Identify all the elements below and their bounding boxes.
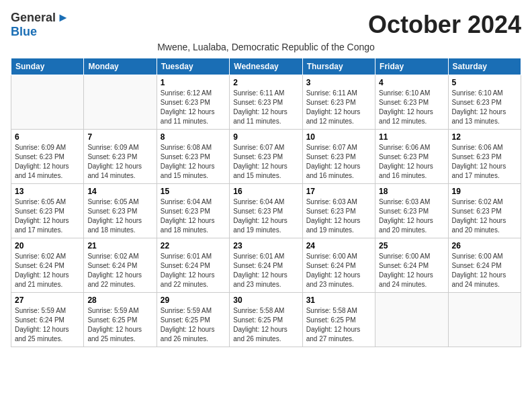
day-info: Sunrise: 6:03 AMSunset: 6:23 PMDaylight:…	[306, 197, 371, 235]
day-number: 20	[15, 241, 80, 250]
calendar-cell: 4Sunrise: 6:10 AMSunset: 6:23 PMDaylight…	[375, 75, 448, 130]
day-number: 10	[306, 132, 371, 142]
day-info: Sunrise: 6:12 AMSunset: 6:23 PMDaylight:…	[161, 89, 226, 126]
logo-text-line1: General►	[11, 11, 69, 26]
day-number: 17	[306, 187, 371, 196]
calendar-cell: 9Sunrise: 6:07 AMSunset: 6:23 PMDaylight…	[230, 130, 302, 184]
calendar-cell: 31Sunrise: 5:58 AMSunset: 6:25 PMDayligh…	[302, 293, 375, 347]
calendar-cell	[375, 293, 448, 347]
day-number: 22	[161, 241, 226, 250]
day-header-thursday: Thursday	[302, 58, 375, 75]
day-info: Sunrise: 6:06 AMSunset: 6:23 PMDaylight:…	[452, 143, 517, 181]
day-number: 6	[15, 132, 80, 142]
day-info: Sunrise: 6:01 AMSunset: 6:24 PMDaylight:…	[161, 252, 226, 289]
day-number: 3	[306, 78, 371, 87]
day-info: Sunrise: 6:05 AMSunset: 6:23 PMDaylight:…	[15, 197, 80, 235]
day-info: Sunrise: 6:00 AMSunset: 6:24 PMDaylight:…	[306, 252, 371, 289]
calendar-cell: 17Sunrise: 6:03 AMSunset: 6:23 PMDayligh…	[302, 184, 375, 238]
calendar-cell: 22Sunrise: 6:01 AMSunset: 6:24 PMDayligh…	[157, 238, 229, 293]
day-number: 21	[87, 241, 152, 250]
day-number: 12	[452, 132, 517, 142]
day-info: Sunrise: 6:03 AMSunset: 6:23 PMDaylight:…	[379, 197, 444, 235]
calendar-week-row: 27Sunrise: 5:59 AMSunset: 6:24 PMDayligh…	[11, 293, 521, 347]
calendar-cell: 28Sunrise: 5:59 AMSunset: 6:25 PMDayligh…	[84, 293, 157, 347]
month-year-title: October 2024	[368, 11, 521, 39]
calendar-cell: 10Sunrise: 6:07 AMSunset: 6:23 PMDayligh…	[302, 130, 375, 184]
calendar-cell: 12Sunrise: 6:06 AMSunset: 6:23 PMDayligh…	[448, 130, 521, 184]
calendar-cell: 26Sunrise: 6:00 AMSunset: 6:24 PMDayligh…	[448, 238, 521, 293]
day-number: 30	[233, 295, 298, 305]
day-info: Sunrise: 6:10 AMSunset: 6:23 PMDaylight:…	[452, 89, 517, 126]
calendar-cell: 6Sunrise: 6:09 AMSunset: 6:23 PMDaylight…	[11, 130, 84, 184]
day-info: Sunrise: 6:09 AMSunset: 6:23 PMDaylight:…	[87, 143, 152, 181]
day-info: Sunrise: 6:02 AMSunset: 6:23 PMDaylight:…	[452, 197, 517, 235]
location-subtitle: Mwene, Lualaba, Democratic Republic of t…	[11, 42, 521, 52]
day-number: 14	[87, 187, 152, 196]
calendar-cell: 2Sunrise: 6:11 AMSunset: 6:23 PMDaylight…	[230, 75, 302, 130]
calendar-cell: 20Sunrise: 6:02 AMSunset: 6:24 PMDayligh…	[11, 238, 84, 293]
page-header: General► Blue October 2024	[11, 11, 521, 39]
day-number: 9	[233, 132, 298, 142]
day-header-monday: Monday	[84, 58, 157, 75]
day-number: 23	[233, 241, 298, 250]
day-number: 24	[306, 241, 371, 250]
calendar-week-row: 13Sunrise: 6:05 AMSunset: 6:23 PMDayligh…	[11, 184, 521, 238]
day-info: Sunrise: 6:07 AMSunset: 6:23 PMDaylight:…	[233, 143, 298, 181]
calendar-cell: 27Sunrise: 5:59 AMSunset: 6:24 PMDayligh…	[11, 293, 84, 347]
day-info: Sunrise: 6:01 AMSunset: 6:24 PMDaylight:…	[233, 252, 298, 289]
calendar-cell: 14Sunrise: 6:05 AMSunset: 6:23 PMDayligh…	[84, 184, 157, 238]
calendar-cell	[448, 293, 521, 347]
day-info: Sunrise: 6:06 AMSunset: 6:23 PMDaylight:…	[379, 143, 444, 181]
calendar-cell: 24Sunrise: 6:00 AMSunset: 6:24 PMDayligh…	[302, 238, 375, 293]
day-info: Sunrise: 5:59 AMSunset: 6:25 PMDaylight:…	[87, 306, 152, 344]
day-info: Sunrise: 6:11 AMSunset: 6:23 PMDaylight:…	[233, 89, 298, 126]
day-number: 2	[233, 78, 298, 87]
day-number: 5	[452, 78, 517, 87]
calendar-header-row: SundayMondayTuesdayWednesdayThursdayFrid…	[11, 58, 521, 75]
calendar-cell: 11Sunrise: 6:06 AMSunset: 6:23 PMDayligh…	[375, 130, 448, 184]
calendar-table: SundayMondayTuesdayWednesdayThursdayFrid…	[11, 58, 521, 347]
calendar-cell: 1Sunrise: 6:12 AMSunset: 6:23 PMDaylight…	[157, 75, 229, 130]
day-header-saturday: Saturday	[448, 58, 521, 75]
day-number: 25	[379, 241, 444, 250]
day-info: Sunrise: 6:02 AMSunset: 6:24 PMDaylight:…	[15, 252, 80, 289]
day-info: Sunrise: 6:10 AMSunset: 6:23 PMDaylight:…	[379, 89, 444, 126]
day-header-sunday: Sunday	[11, 58, 84, 75]
day-number: 8	[161, 132, 226, 142]
day-number: 18	[379, 187, 444, 196]
day-info: Sunrise: 6:02 AMSunset: 6:24 PMDaylight:…	[87, 252, 152, 289]
day-header-tuesday: Tuesday	[157, 58, 229, 75]
day-number: 16	[233, 187, 298, 196]
logo-text-line2: Blue	[11, 26, 69, 39]
day-info: Sunrise: 6:04 AMSunset: 6:23 PMDaylight:…	[233, 197, 298, 235]
day-header-wednesday: Wednesday	[230, 58, 302, 75]
day-info: Sunrise: 6:08 AMSunset: 6:23 PMDaylight:…	[161, 143, 226, 181]
day-header-friday: Friday	[375, 58, 448, 75]
calendar-cell: 29Sunrise: 5:59 AMSunset: 6:25 PMDayligh…	[157, 293, 229, 347]
calendar-cell	[11, 75, 84, 130]
day-number: 31	[306, 295, 371, 305]
day-number: 29	[161, 295, 226, 305]
calendar-week-row: 6Sunrise: 6:09 AMSunset: 6:23 PMDaylight…	[11, 130, 521, 184]
day-info: Sunrise: 6:00 AMSunset: 6:24 PMDaylight:…	[379, 252, 444, 289]
calendar-week-row: 20Sunrise: 6:02 AMSunset: 6:24 PMDayligh…	[11, 238, 521, 293]
calendar-cell: 25Sunrise: 6:00 AMSunset: 6:24 PMDayligh…	[375, 238, 448, 293]
day-info: Sunrise: 6:09 AMSunset: 6:23 PMDaylight:…	[15, 143, 80, 181]
calendar-cell: 3Sunrise: 6:11 AMSunset: 6:23 PMDaylight…	[302, 75, 375, 130]
logo: General► Blue	[11, 11, 69, 38]
day-number: 27	[15, 295, 80, 305]
day-info: Sunrise: 5:59 AMSunset: 6:24 PMDaylight:…	[15, 306, 80, 344]
day-number: 7	[87, 132, 152, 142]
calendar-cell: 30Sunrise: 5:58 AMSunset: 6:25 PMDayligh…	[230, 293, 302, 347]
calendar-cell: 23Sunrise: 6:01 AMSunset: 6:24 PMDayligh…	[230, 238, 302, 293]
day-number: 15	[161, 187, 226, 196]
calendar-cell: 16Sunrise: 6:04 AMSunset: 6:23 PMDayligh…	[230, 184, 302, 238]
calendar-cell: 13Sunrise: 6:05 AMSunset: 6:23 PMDayligh…	[11, 184, 84, 238]
day-info: Sunrise: 6:07 AMSunset: 6:23 PMDaylight:…	[306, 143, 371, 181]
calendar-cell	[84, 75, 157, 130]
calendar-cell: 19Sunrise: 6:02 AMSunset: 6:23 PMDayligh…	[448, 184, 521, 238]
day-number: 13	[15, 187, 80, 196]
day-number: 1	[161, 78, 226, 87]
day-number: 28	[87, 295, 152, 305]
calendar-cell: 8Sunrise: 6:08 AMSunset: 6:23 PMDaylight…	[157, 130, 229, 184]
